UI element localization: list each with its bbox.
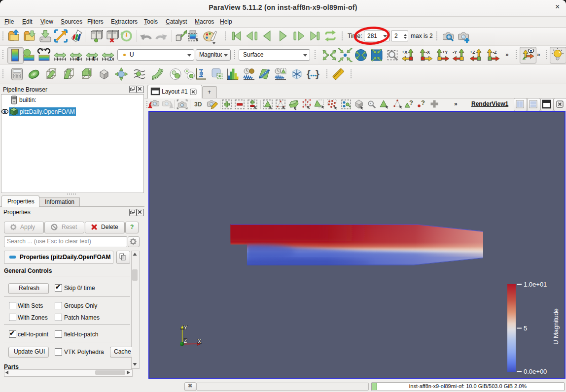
svg-text:Z: Z [184, 338, 187, 344]
svg-text:Y: Y [184, 325, 187, 330]
svg-text:X: X [198, 339, 201, 344]
svg-text:1.0e+01: 1.0e+01 [524, 281, 547, 288]
svg-text:0.0e+00: 0.0e+00 [524, 368, 547, 375]
svg-text:5: 5 [524, 325, 527, 332]
svg-text:U Magnitude: U Magnitude [552, 308, 560, 345]
